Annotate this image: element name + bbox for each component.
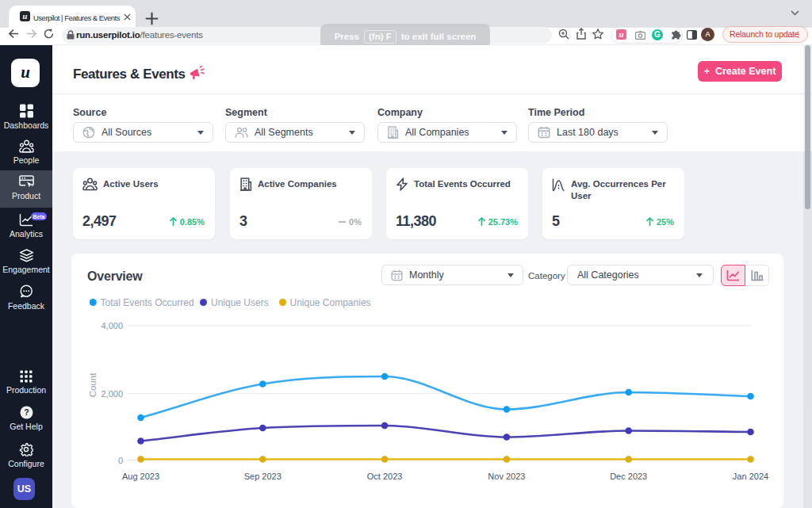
svg-text:4,000: 4,000 — [101, 321, 123, 330]
svg-text:0: 0 — [118, 456, 123, 465]
svg-text:Aug 2023: Aug 2023 — [122, 472, 159, 481]
svg-text:Unique Companies: Unique Companies — [290, 297, 371, 308]
svg-text:2,000: 2,000 — [101, 389, 123, 399]
svg-text:Nov 2023: Nov 2023 — [488, 472, 525, 481]
svg-text:Count: Count — [88, 372, 98, 397]
svg-text:Dec 2023: Dec 2023 — [610, 472, 647, 481]
svg-text:Unique Users: Unique Users — [211, 297, 269, 308]
svg-text:Jan 2024: Jan 2024 — [733, 472, 768, 481]
svg-text:Sep 2023: Sep 2023 — [244, 472, 282, 481]
svg-text:Oct 2023: Oct 2023 — [367, 472, 403, 481]
svg-text:Total Events Occurred: Total Events Occurred — [101, 297, 194, 308]
svg-text:?: ? — [24, 407, 29, 417]
